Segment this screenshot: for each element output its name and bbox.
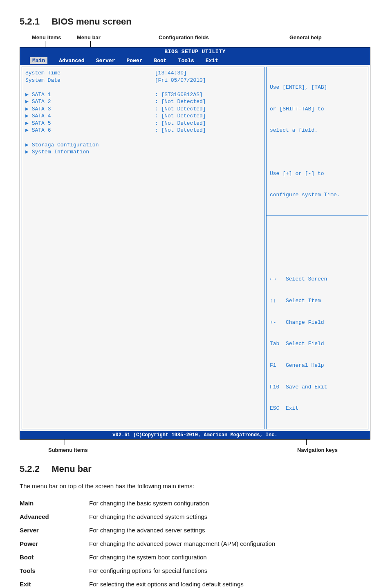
desc-advanced: For changing the advanced system setting… [89, 510, 370, 523]
heading-text: BIOS menu screen [52, 16, 132, 27]
value-sata-3: [Not Detected] [161, 106, 206, 112]
callout-config-fields: Configuration fields [142, 34, 240, 40]
triangle-icon: ▶ [25, 92, 32, 98]
value-system-date: [Fri 05/07/2010] [155, 77, 261, 84]
nav-line: F1 General Help [270, 362, 365, 369]
item-sata-1[interactable]: ▶ SATA 1 [25, 91, 155, 99]
nav-line: ↑↓ Select Item [270, 297, 365, 305]
top-callout-ticks [20, 41, 370, 47]
triangle-icon: ▶ [25, 99, 32, 105]
triangle-icon: ▶ [25, 149, 32, 155]
term-server: Server [20, 523, 89, 537]
bios-left-values: [13:44:30] [Fri 05/07/2010] : [ST3160812… [155, 70, 261, 426]
tab-power[interactable]: Power [126, 57, 142, 65]
triangle-icon: ▶ [25, 113, 32, 119]
colon-sep: : [155, 99, 161, 105]
value-sata-5: [Not Detected] [161, 120, 206, 126]
value-sata-2: [Not Detected] [161, 99, 206, 105]
desc-power: For changing the advanced power manageme… [89, 537, 370, 550]
bios-menubar: Main Advanced Server Power Boot Tools Ex… [20, 56, 370, 65]
callout-general-help: General help [240, 34, 370, 40]
bios-nav-box: ←→ Select Screen ↑↓ Select Item +- Chang… [266, 216, 368, 429]
table-row: ServerFor changing the advanced server s… [20, 523, 370, 537]
callout-menu-items: Menu items [20, 34, 77, 40]
tab-boot[interactable]: Boot [154, 57, 166, 65]
nav-line: ESC Exit [270, 405, 365, 412]
help-line: or [SHIFT-TAB] to [270, 105, 365, 113]
item-storage-config[interactable]: ▶ Storaga Configuration [25, 141, 155, 149]
colon-sep: : [155, 113, 161, 119]
item-sata-2[interactable]: ▶ SATA 2 [25, 98, 155, 105]
nav-line: ←→ Select Screen [270, 276, 365, 283]
help-line: Use [ENTER], [TAB] [270, 84, 365, 91]
value-sata-1: [ST3160812AS] [161, 92, 202, 98]
item-sata-3[interactable]: ▶ SATA 3 [25, 105, 155, 113]
triangle-icon: ▶ [25, 142, 32, 148]
tab-tools[interactable]: Tools [178, 57, 194, 65]
item-system-time[interactable]: System Time [25, 70, 155, 77]
table-row: ToolsFor configuring options for special… [20, 564, 370, 577]
callout-navigation-keys: Navigation keys [297, 447, 370, 453]
desc-exit: For selecting the exit options and loadi… [89, 577, 370, 588]
triangle-icon: ▶ [25, 127, 32, 133]
value-sata-4: [Not Detected] [161, 113, 206, 119]
triangle-icon: ▶ [25, 106, 32, 112]
triangle-icon: ▶ [25, 120, 32, 126]
help-line: configure system Time. [270, 191, 365, 199]
colon-sep: : [155, 120, 161, 126]
heading-number: 5.2.2 [20, 464, 49, 474]
item-sata-6[interactable]: ▶ SATA 6 [25, 127, 155, 134]
nav-line: Tab Select Field [270, 340, 365, 348]
heading-5-2-1: 5.2.1 BIOS menu screen [20, 16, 370, 27]
bios-right-pane: Use [ENTER], [TAB] or [SHIFT-TAB] to sel… [266, 67, 368, 429]
help-line: Use [+] or [-] to [270, 170, 365, 177]
top-callouts: Menu items Menu bar Configuration fields… [20, 34, 370, 40]
item-system-date[interactable]: System Date [25, 77, 155, 84]
bios-left-labels: System Time System Date ▶ SATA 1 ▶ SATA … [25, 70, 155, 426]
bios-help-box: Use [ENTER], [TAB] or [SHIFT-TAB] to sel… [266, 67, 368, 216]
term-power: Power [20, 537, 89, 550]
nav-line: F10 Save and Exit [270, 384, 365, 391]
desc-server: For changing the advanced server setting… [89, 523, 370, 537]
term-exit: Exit [20, 577, 89, 588]
callout-submenu-items: Submenu items [20, 447, 88, 453]
bios-body: System Time System Date ▶ SATA 1 ▶ SATA … [20, 65, 370, 431]
colon-sep: : [155, 106, 161, 112]
tab-exit[interactable]: Exit [206, 57, 218, 65]
desc-tools: For configuring options for special func… [89, 564, 370, 577]
bios-title: BIOS SETUP UTILITY [20, 47, 370, 56]
tab-server[interactable]: Server [96, 57, 115, 65]
desc-main: For changing the basic system configurat… [89, 496, 370, 510]
bios-window: BIOS SETUP UTILITY Main Advanced Server … [20, 47, 370, 440]
bottom-callouts: Submenu items Navigation keys [20, 447, 370, 453]
bios-footer: v02.61 (C)Copyright 1985-2010, American … [20, 431, 370, 439]
table-row: BootFor changing the system boot configu… [20, 550, 370, 564]
tab-main[interactable]: Main [30, 57, 47, 65]
bios-left-pane: System Time System Date ▶ SATA 1 ▶ SATA … [22, 67, 264, 429]
callout-menu-bar: Menu bar [77, 34, 142, 40]
item-sata-5[interactable]: ▶ SATA 5 [25, 120, 155, 127]
heading-5-2-2: 5.2.2 Menu bar [20, 464, 370, 474]
term-main: Main [20, 496, 89, 510]
value-sata-6: [Not Detected] [161, 127, 206, 133]
bottom-callout-ticks [20, 440, 370, 445]
help-line: select a field. [270, 127, 365, 134]
colon-sep: : [155, 92, 161, 98]
term-tools: Tools [20, 564, 89, 577]
heading-text: Menu bar [52, 464, 92, 474]
table-row: PowerFor changing the advanced power man… [20, 537, 370, 550]
tab-advanced[interactable]: Advanced [59, 57, 84, 65]
definitions-table: MainFor changing the basic system config… [20, 496, 370, 588]
item-sata-4[interactable]: ▶ SATA 4 [25, 112, 155, 120]
heading-number: 5.2.1 [20, 16, 49, 27]
nav-line: +- Change Field [270, 319, 365, 326]
menu-bar-intro: The menu bar on top of the screen has th… [20, 482, 370, 491]
table-row: ExitFor selecting the exit options and l… [20, 577, 370, 588]
value-system-time: [13:44:30] [155, 70, 261, 77]
item-system-info[interactable]: ▶ System Information [25, 148, 155, 156]
table-row: AdvancedFor changing the advanced system… [20, 510, 370, 523]
colon-sep: : [155, 127, 161, 133]
term-boot: Boot [20, 550, 89, 564]
desc-boot: For changing the system boot configurati… [89, 550, 370, 564]
table-row: MainFor changing the basic system config… [20, 496, 370, 510]
